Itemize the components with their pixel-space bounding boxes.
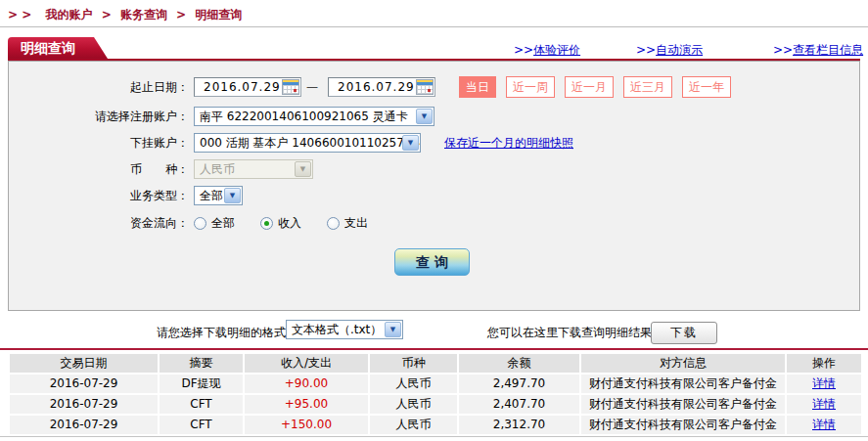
- business-type-row: 业务类型： 全部 ▼: [9, 185, 859, 206]
- cell-balance: 2,407.70: [459, 395, 579, 414]
- cell-balance: 2,312.70: [459, 416, 579, 434]
- detail-query-page: > > 我的账户 > 账务查询 > 明细查询 明细查询 >>体验评价 >>自动演…: [0, 0, 868, 441]
- date-from-value: 2016.07.29: [195, 80, 281, 94]
- breadcrumb-account-query[interactable]: 账务查询: [120, 8, 167, 22]
- cell-summary: DF提现: [160, 375, 243, 393]
- fund-flow-row: 资金流向： 全部 收入 支出: [9, 212, 859, 234]
- date-range-label: 起止日期：: [9, 79, 189, 96]
- business-type-label: 业务类型：: [9, 188, 189, 204]
- radio-icon[interactable]: [194, 217, 206, 230]
- date-to-value: 2016.07.29: [329, 80, 415, 94]
- table-bottom-rule: [0, 436, 868, 437]
- cell-summary: CFT: [160, 395, 243, 414]
- sub-account-value: 000 活期 基本户 1406600101102571848: [200, 135, 421, 152]
- download-format-label: 请您选择下载明细的格式: [157, 325, 286, 341]
- dropdown-arrow-icon: ▼: [295, 161, 311, 177]
- currency-row: 币 种： 人民币 ▼: [9, 158, 859, 180]
- tab-label: 明细查询: [21, 40, 75, 56]
- cell-action: 详情: [787, 395, 861, 414]
- col-header-amount: 收入/支出: [245, 354, 368, 373]
- currency-select: 人民币 ▼: [194, 159, 313, 179]
- cell-summary: CFT: [160, 416, 243, 434]
- fund-flow-option-expense[interactable]: 支出: [327, 215, 368, 232]
- query-button[interactable]: 查 询: [394, 248, 470, 276]
- cell-amount: +90.00: [245, 375, 368, 393]
- table-top-rule: [0, 348, 868, 350]
- download-format-select[interactable]: 文本格式（.txt） ▼: [286, 320, 403, 339]
- period-button-last-3-months[interactable]: 近三月: [623, 76, 672, 98]
- cell-currency: 人民币: [370, 416, 457, 434]
- col-header-counterparty: 对方信息: [581, 354, 785, 373]
- dropdown-arrow-icon[interactable]: ▼: [416, 109, 433, 124]
- radio-icon[interactable]: [327, 217, 340, 230]
- fund-flow-option-income[interactable]: 收入: [260, 215, 301, 232]
- breadcrumb-my-account[interactable]: 我的账户: [45, 8, 92, 22]
- cell-action: 详情: [787, 375, 861, 393]
- col-header-action: 操作: [787, 354, 861, 373]
- sub-account-select[interactable]: 000 活期 基本户 1406600101102571848 ▼: [194, 133, 421, 153]
- fund-flow-label: 资金流向：: [9, 215, 189, 232]
- cell-amount: +150.00: [245, 416, 368, 434]
- breadcrumb-separator: >: [102, 8, 112, 22]
- sub-account-row: 下挂账户： 000 活期 基本户 1406600101102571848 ▼ 保…: [9, 132, 859, 154]
- cell-currency: 人民币: [370, 395, 457, 414]
- breadcrumb-prefix: > >: [8, 8, 31, 22]
- dropdown-arrow-icon[interactable]: ▼: [402, 135, 419, 151]
- col-header-currency: 币种: [370, 354, 457, 373]
- cell-date: 2016-07-29: [10, 375, 158, 393]
- register-account-row: 请选择注册账户： 南平 6222001406100921065 灵通卡 ▼: [9, 106, 859, 127]
- cell-date: 2016-07-29: [10, 416, 158, 434]
- register-account-value: 南平 6222001406100921065 灵通卡: [200, 109, 408, 125]
- save-snapshot-link[interactable]: 保存近一个月的明细快照: [444, 135, 573, 152]
- cell-balance: 2,497.70: [459, 375, 579, 393]
- experience-rating-link[interactable]: >>体验评价: [514, 42, 580, 59]
- period-button-today[interactable]: 当日: [459, 76, 496, 98]
- register-account-select[interactable]: 南平 6222001406100921065 灵通卡 ▼: [194, 107, 434, 126]
- download-button[interactable]: 下载: [651, 322, 717, 344]
- cell-counterparty: 财付通支付科技有限公司客户备付金: [581, 416, 785, 434]
- date-to-input[interactable]: 2016.07.29: [328, 77, 435, 97]
- cell-counterparty: 财付通支付科技有限公司客户备付金: [581, 395, 785, 414]
- radio-checked-icon[interactable]: [260, 217, 273, 230]
- detail-link[interactable]: 详情: [812, 376, 836, 390]
- breadcrumb-divider: [0, 26, 868, 27]
- download-hint: 您可以在这里下载查询明细结果: [487, 325, 652, 341]
- breadcrumb-detail-query[interactable]: 明细查询: [195, 8, 242, 22]
- detail-link[interactable]: 详情: [812, 418, 836, 431]
- dropdown-arrow-icon[interactable]: ▼: [224, 188, 241, 203]
- date-from-input[interactable]: 2016.07.29: [194, 77, 301, 97]
- dropdown-arrow-icon[interactable]: ▼: [385, 322, 401, 337]
- period-button-last-year[interactable]: 近一年: [682, 76, 731, 98]
- sub-account-label: 下挂账户：: [9, 135, 189, 152]
- auto-demo-link[interactable]: >>自动演示: [636, 42, 703, 59]
- column-info-link[interactable]: >>查看栏目信息: [773, 42, 863, 59]
- business-type-value: 全部: [200, 188, 223, 204]
- period-button-last-week[interactable]: 近一周: [506, 76, 555, 98]
- detail-link[interactable]: 详情: [812, 397, 836, 411]
- cell-date: 2016-07-29: [10, 395, 158, 414]
- currency-label: 币 种：: [9, 161, 189, 178]
- col-header-date: 交易日期: [10, 354, 158, 373]
- query-form-panel: 起止日期： 2016.07.29 — 2016.07.29 当日 近一周 近一月…: [8, 61, 860, 311]
- breadcrumb: > > 我的账户 > 账务查询 > 明细查询: [8, 7, 242, 23]
- breadcrumb-separator: >: [176, 8, 186, 22]
- date-range-dash: —: [306, 80, 318, 94]
- calendar-icon[interactable]: [282, 79, 299, 95]
- currency-value: 人民币: [200, 161, 235, 178]
- register-account-label: 请选择注册账户：: [9, 109, 189, 125]
- period-button-last-month[interactable]: 近一月: [565, 76, 614, 98]
- cell-currency: 人民币: [370, 375, 457, 393]
- col-header-balance: 余额: [459, 354, 579, 373]
- cell-counterparty: 财付通支付科技有限公司客户备付金: [581, 375, 785, 393]
- fund-flow-option-all[interactable]: 全部: [194, 215, 235, 232]
- cell-action: 详情: [787, 416, 861, 434]
- transaction-table: 交易日期 摘要 收入/支出 币种 余额 对方信息 操作 2016-07-29 D…: [10, 354, 861, 434]
- calendar-icon[interactable]: [416, 79, 434, 95]
- date-range-row: 起止日期： 2016.07.29 — 2016.07.29 当日 近一周 近一月…: [9, 76, 859, 98]
- tab-detail-query[interactable]: 明细查询: [8, 37, 108, 59]
- download-format-value: 文本格式（.txt）: [292, 322, 382, 338]
- business-type-select[interactable]: 全部 ▼: [194, 186, 243, 205]
- cell-amount: +95.00: [245, 395, 368, 414]
- col-header-summary: 摘要: [160, 354, 243, 373]
